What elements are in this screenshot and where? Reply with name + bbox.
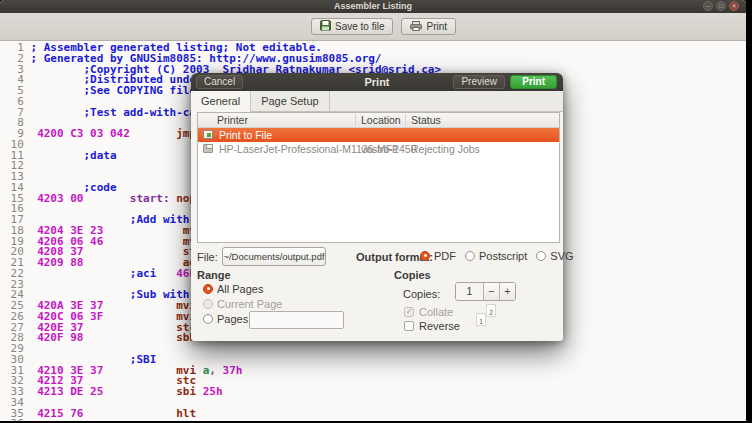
dialog-tabs: General Page Setup	[191, 91, 563, 112]
preview-button[interactable]: Preview	[453, 75, 505, 89]
collate-checkbox[interactable]: ✓	[404, 307, 414, 317]
save-to-file-button[interactable]: Save to file	[311, 18, 393, 35]
printer-icon	[203, 144, 213, 153]
radio-all-pages[interactable]: All Pages	[203, 283, 282, 294]
radio-icon	[203, 314, 213, 324]
window-controls: – □ ✕	[703, 1, 739, 11]
range-section-title: Range	[197, 269, 231, 281]
copies-stepper: 1 − +	[455, 282, 516, 301]
minimize-icon[interactable]: –	[703, 1, 713, 11]
code-segment	[156, 267, 176, 280]
print-to-file-icon	[203, 130, 213, 139]
radio-label: Pages:	[217, 313, 251, 325]
code-segment: 4215 76	[37, 407, 83, 420]
code-segment	[31, 149, 84, 162]
collate-preview-page-1: 1	[476, 313, 486, 326]
code-line: 33 4213 DE 25 sbi 25h	[4, 387, 441, 398]
column-header-location[interactable]: Location	[361, 113, 401, 127]
code-segment	[83, 331, 176, 344]
code-segment	[196, 364, 203, 377]
radio-icon	[203, 284, 213, 294]
collate-preview-page-2: 2	[486, 304, 496, 317]
toolbar: Save to file Print	[0, 13, 746, 41]
print-confirm-button[interactable]: Print	[510, 75, 557, 89]
cell-loc: vostro-1450	[361, 142, 416, 156]
copies-increment-button[interactable]: +	[499, 283, 515, 300]
print-dialog: Cancel Print Preview Print General Page …	[191, 73, 563, 341]
reverse-option[interactable]: Reverse	[404, 320, 460, 332]
column-header-status[interactable]: Status	[411, 113, 441, 127]
code-segment: 36	[4, 417, 24, 421]
tab-general[interactable]: General	[191, 91, 251, 112]
column-header-printer[interactable]: Printer	[217, 113, 248, 127]
radio-icon	[203, 299, 213, 309]
maximize-icon[interactable]: □	[716, 1, 726, 11]
cell-name: Print to File	[219, 128, 272, 142]
code-segment	[31, 106, 84, 119]
reverse-checkbox[interactable]	[404, 321, 414, 331]
code-line: 36	[4, 419, 441, 421]
printer-row-hp-laserjet-professional-m1136-mfp[interactable]: HP-LaserJet-Professional-M1136-MFPvostro…	[198, 142, 559, 156]
window-title: Assembler Listing	[0, 1, 746, 11]
save-icon	[320, 20, 331, 33]
code-segment: ;aci	[130, 267, 157, 280]
radio-icon	[536, 251, 546, 261]
print-dialog-title: Print	[191, 76, 563, 88]
printer-row-print-to-file[interactable]: Print to File	[198, 128, 559, 142]
collate-label: Collate	[419, 306, 453, 318]
radio-label: PDF	[434, 250, 456, 262]
code-segment	[130, 127, 176, 140]
code-segment	[103, 385, 176, 398]
close-icon[interactable]: ✕	[729, 1, 739, 11]
copies-value[interactable]: 1	[456, 283, 483, 300]
desktop: Assembler Listing – □ ✕ Save to file Pri…	[0, 0, 752, 423]
code-segment: sbi	[176, 385, 196, 398]
code-segment: 25h	[203, 385, 223, 398]
code-segment	[83, 192, 129, 205]
code-segment	[196, 385, 203, 398]
tab-page-setup[interactable]: Page Setup	[251, 91, 330, 111]
print-icon	[410, 21, 422, 33]
copies-section-title: Copies	[394, 269, 431, 281]
radio-icon	[465, 251, 475, 261]
code-segment: 420F 98	[37, 331, 83, 344]
code-segment: 4213 DE 25	[37, 385, 103, 398]
code-segment	[31, 267, 130, 280]
radio-icon	[420, 251, 430, 261]
print-dialog-header[interactable]: Cancel Print Preview Print	[191, 73, 563, 91]
print-button-label: Print	[426, 21, 447, 32]
code-segment: ;data	[83, 149, 116, 162]
printer-list-rows: Print to FileHP-LaserJet-Professional-M1…	[198, 128, 559, 242]
radio-label: Postscript	[479, 250, 527, 262]
save-button-label: Save to file	[335, 21, 384, 32]
code-segment: 4200 C3 03 042	[37, 127, 130, 140]
radio-label: Current Page	[217, 298, 282, 310]
print-button[interactable]: Print	[401, 18, 456, 35]
file-label: File:	[197, 251, 218, 263]
printer-list[interactable]: PrinterLocationStatus Print to FileHP-La…	[197, 112, 560, 243]
output-format-options: PDFPostscriptSVG	[420, 250, 574, 261]
code-segment: 37h	[223, 364, 243, 377]
radio-label: All Pages	[217, 283, 263, 295]
code-segment	[83, 407, 176, 420]
code-segment: ,	[209, 364, 222, 377]
cell-status: Rejecting Jobs	[411, 142, 480, 156]
code-segment: hlt	[176, 407, 196, 420]
titlebar[interactable]: Assembler Listing – □ ✕	[0, 0, 746, 13]
radio-postscript[interactable]: Postscript	[465, 250, 527, 261]
radio-svg[interactable]: SVG	[536, 250, 573, 261]
code-segment: start:	[130, 192, 170, 205]
copies-label: Copies:	[403, 288, 440, 300]
code-segment	[31, 84, 84, 97]
radio-pdf[interactable]: PDF	[420, 250, 456, 261]
copies-decrement-button[interactable]: −	[483, 283, 499, 300]
code-segment: 4203 00	[37, 192, 83, 205]
reverse-label: Reverse	[419, 320, 460, 332]
file-chooser-button[interactable]: ~/Documents/output.pdf	[222, 247, 326, 266]
collate-option[interactable]: ✓ Collate	[404, 306, 453, 318]
code-line: 35 4215 76 hlt	[4, 409, 441, 420]
pages-input[interactable]	[249, 311, 344, 329]
toolbar-buttons: Save to file Print	[311, 18, 456, 35]
printer-list-header: PrinterLocationStatus	[198, 113, 559, 128]
radio-current-page[interactable]: Current Page	[203, 298, 282, 309]
